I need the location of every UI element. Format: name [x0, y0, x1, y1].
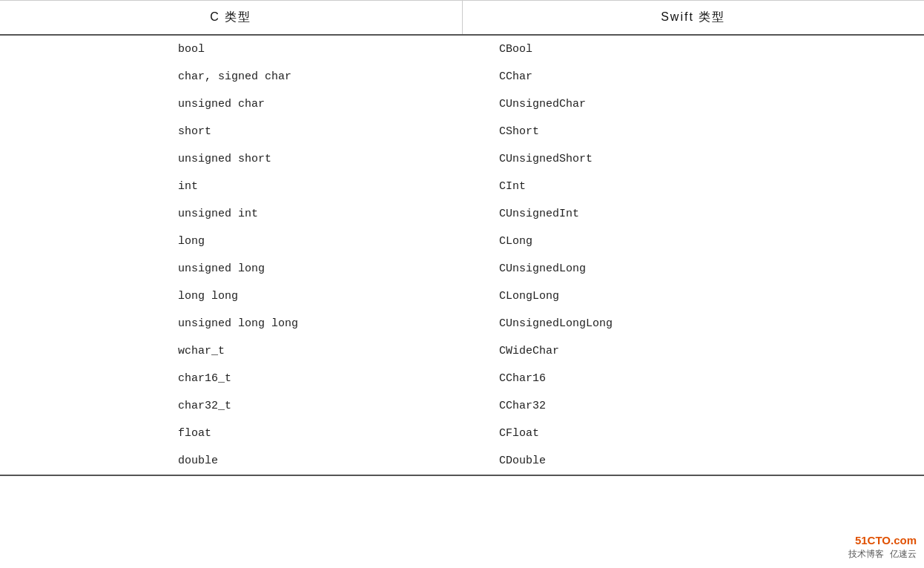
watermark: 51CTO.com 技术博客 亿速云: [848, 534, 917, 561]
cell-c-type: unsigned long: [0, 255, 462, 283]
cell-swift-type: CUnsignedShort: [462, 145, 924, 173]
table-row: char32_tCChar32: [0, 392, 924, 420]
cell-swift-type: CUnsignedLong: [462, 255, 924, 283]
cell-c-type: char, signed char: [0, 63, 462, 90]
table-row: char16_tCChar16: [0, 365, 924, 392]
table-body: boolCBoolchar, signed charCCharunsigned …: [0, 35, 924, 475]
table-row: boolCBool: [0, 35, 924, 63]
cell-c-type: wchar_t: [0, 337, 462, 365]
cell-swift-type: CWideChar: [462, 337, 924, 365]
cell-c-type: short: [0, 118, 462, 145]
table-row: wchar_tCWideChar: [0, 337, 924, 365]
watermark-yisu: 亿速云: [890, 548, 917, 561]
table-row: long longCLongLong: [0, 283, 924, 310]
cell-swift-type: CUnsignedLongLong: [462, 310, 924, 337]
cell-c-type: unsigned char: [0, 90, 462, 118]
cell-swift-type: CChar: [462, 63, 924, 90]
table-row: unsigned intCUnsignedInt: [0, 200, 924, 228]
header-swift-type: Swift 类型: [462, 1, 924, 35]
cell-c-type: float: [0, 420, 462, 447]
watermark-blog: 技术博客: [848, 548, 884, 561]
cell-c-type: char16_t: [0, 365, 462, 392]
cell-c-type: long: [0, 228, 462, 255]
cell-swift-type: CDouble: [462, 447, 924, 475]
cell-swift-type: CUnsignedInt: [462, 200, 924, 228]
header-c-type: C 类型: [0, 1, 462, 35]
table-row: unsigned shortCUnsignedShort: [0, 145, 924, 173]
cell-c-type: double: [0, 447, 462, 475]
table-row: shortCShort: [0, 118, 924, 145]
table-row: longCLong: [0, 228, 924, 255]
cell-swift-type: CLong: [462, 228, 924, 255]
cell-swift-type: CChar16: [462, 365, 924, 392]
cell-c-type: unsigned int: [0, 200, 462, 228]
watermark-line2: 技术博客 亿速云: [848, 548, 917, 561]
cell-c-type: int: [0, 173, 462, 200]
cell-c-type: char32_t: [0, 392, 462, 420]
page-wrapper: C 类型 Swift 类型 boolCBoolchar, signed char…: [0, 0, 924, 476]
cell-c-type: long long: [0, 283, 462, 310]
cell-c-type: unsigned short: [0, 145, 462, 173]
table-row: doubleCDouble: [0, 447, 924, 475]
cell-c-type: unsigned long long: [0, 310, 462, 337]
cell-c-type: bool: [0, 35, 462, 63]
table-header-row: C 类型 Swift 类型: [0, 1, 924, 35]
type-mapping-table: C 类型 Swift 类型 boolCBoolchar, signed char…: [0, 1, 924, 475]
cell-swift-type: CInt: [462, 173, 924, 200]
cell-swift-type: CUnsignedChar: [462, 90, 924, 118]
cell-swift-type: CShort: [462, 118, 924, 145]
table-row: floatCFloat: [0, 420, 924, 447]
table-row: char, signed charCChar: [0, 63, 924, 90]
table-row: unsigned longCUnsignedLong: [0, 255, 924, 283]
table-row: unsigned charCUnsignedChar: [0, 90, 924, 118]
cell-swift-type: CBool: [462, 35, 924, 63]
watermark-line1: 51CTO.com: [855, 534, 917, 546]
table-row: intCInt: [0, 173, 924, 200]
bottom-border: [0, 475, 924, 476]
cell-swift-type: CChar32: [462, 392, 924, 420]
cell-swift-type: CLongLong: [462, 283, 924, 310]
cell-swift-type: CFloat: [462, 420, 924, 447]
table-row: unsigned long longCUnsignedLongLong: [0, 310, 924, 337]
